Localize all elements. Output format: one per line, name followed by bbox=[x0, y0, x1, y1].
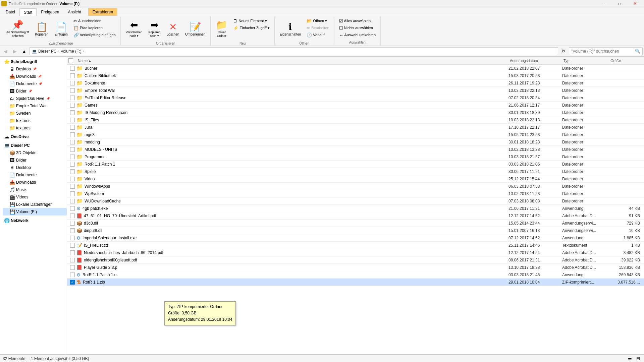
table-row[interactable]: 📕oldenglishchroni00gileuoft.pdf 08.06.20… bbox=[67, 256, 644, 264]
row-checkbox[interactable] bbox=[70, 236, 75, 240]
row-checkbox[interactable] bbox=[70, 66, 75, 71]
row-checkbox[interactable] bbox=[70, 214, 75, 218]
table-row[interactable]: ⚙4gb patch.exe 21.06.2017 11:31 Anwendun… bbox=[67, 205, 644, 212]
bearbeiten-button[interactable]: ✏ Bearbeiten bbox=[305, 24, 331, 31]
row-checkbox[interactable] bbox=[70, 221, 75, 226]
row-checkbox[interactable] bbox=[70, 199, 75, 203]
table-row[interactable]: ⚙Imperial.Splendour_Install.exe 07.12.20… bbox=[67, 234, 644, 242]
neues-element-button[interactable]: 🗒 Neues Element ▾ bbox=[231, 17, 272, 24]
tab-ansicht[interactable]: Ansicht bbox=[63, 8, 85, 16]
table-row[interactable]: 📁Games 21.06.2017 12:17 Dateiordner bbox=[67, 102, 644, 109]
row-checkbox[interactable] bbox=[70, 118, 75, 122]
sidebar-item-lokaler[interactable]: 💾 Lokaler Datenträger bbox=[3, 201, 67, 208]
table-row[interactable]: 📁Calibre Bibliothek 15.03.2017 20:53 Dat… bbox=[67, 72, 644, 79]
table-row[interactable]: 📁IS_Files 10.03.2018 22:13 Dateiordner bbox=[67, 116, 644, 124]
header-name[interactable]: Name ▲ bbox=[76, 58, 508, 63]
large-icons-button[interactable]: ⊞ bbox=[635, 355, 641, 362]
sidebar-item-videos[interactable]: 🎬 Videos bbox=[3, 193, 67, 201]
loeschen-button[interactable]: ✕ Löschen bbox=[164, 17, 182, 41]
row-checkbox[interactable] bbox=[70, 103, 75, 108]
row-checkbox[interactable] bbox=[70, 250, 75, 255]
sidebar-item-sweden[interactable]: 📁 Sweden bbox=[3, 110, 67, 117]
sidebar-item-desktop-pc[interactable]: 🖥 Desktop bbox=[3, 164, 67, 171]
table-row[interactable]: 📁WUDownloadCache 07.03.2018 08:08 Dateio… bbox=[67, 197, 644, 205]
row-checkbox[interactable] bbox=[70, 273, 75, 277]
table-row[interactable]: 📁mge3 15.05.2014 23:53 Dateiordner bbox=[67, 131, 644, 138]
refresh-button[interactable]: ↻ bbox=[559, 47, 568, 55]
nichts-auswaehlen-button[interactable]: ☐ Nichts auswählen bbox=[337, 24, 378, 31]
sidebar-item-3d-objekte[interactable]: 📦 3D-Objekte bbox=[3, 149, 67, 157]
verschieben-button[interactable]: ⬅ Verschiebennach ▾ bbox=[123, 17, 145, 41]
table-row[interactable]: 📕47_61_01_HG_70_Übersicht_Artikel.pdf 12… bbox=[67, 212, 644, 220]
row-checkbox[interactable] bbox=[70, 206, 75, 211]
row-checkbox[interactable] bbox=[70, 258, 75, 262]
back-button[interactable]: ◀ bbox=[1, 47, 9, 55]
sidebar-item-onedrive[interactable]: ☁ OneDrive bbox=[0, 133, 67, 140]
ausschneiden-button[interactable]: ✂ Ausschneiden bbox=[71, 17, 118, 24]
row-checkbox-checked[interactable] bbox=[70, 280, 75, 285]
table-row[interactable]: 📁modding 30.01.2018 18:28 Dateiordner bbox=[67, 138, 644, 146]
table-row[interactable]: 📁IS Modding Ressourcen 30.01.2018 18:39 … bbox=[67, 109, 644, 116]
maximize-button[interactable]: □ bbox=[612, 0, 627, 7]
sidebar-item-schnellzugriff[interactable]: ⭐ Schnellzugriff bbox=[0, 58, 67, 65]
row-checkbox[interactable] bbox=[70, 265, 75, 270]
search-bar[interactable]: 🔍 bbox=[569, 47, 643, 55]
sidebar-item-downloads-pc[interactable]: 📥 Downloads bbox=[3, 179, 67, 186]
path-bar[interactable]: 💻 Dieser PC › Volume (F:) › bbox=[30, 47, 558, 55]
search-input[interactable] bbox=[571, 49, 635, 54]
table-row[interactable]: 📁Empire Total War 10.03.2018 22:13 Datei… bbox=[67, 87, 644, 94]
row-checkbox[interactable] bbox=[70, 132, 75, 137]
einfuegen-button[interactable]: 📄 Einfügen bbox=[52, 17, 70, 41]
row-checkbox[interactable] bbox=[70, 140, 75, 144]
table-row[interactable]: 📁Video 25.12.2017 15:44 Dateiordner bbox=[67, 175, 644, 183]
umbenennen-button[interactable]: 📝 Umbenennen bbox=[183, 17, 208, 41]
tab-datei[interactable]: Datei bbox=[1, 8, 19, 16]
verknuepfung-button[interactable]: 🔗 Verknüpfung einfügen bbox=[71, 32, 118, 38]
pfad-kopieren-button[interactable]: 📋 Pfad kopieren bbox=[71, 24, 118, 31]
tab-freigeben[interactable]: Freigeben bbox=[37, 8, 63, 16]
table-row[interactable]: 📕Niedersaechsisches_Jahrbuch_86_2014.pdf… bbox=[67, 249, 644, 256]
header-type[interactable]: Typ bbox=[562, 58, 609, 63]
sidebar-item-dieser-pc[interactable]: 💻 Dieser PC bbox=[0, 142, 67, 149]
row-checkbox[interactable] bbox=[70, 169, 75, 174]
table-row[interactable]: 📁RotR 1.1 Patch 1 03.03.2018 21:05 Datei… bbox=[67, 161, 644, 168]
row-checkbox[interactable] bbox=[70, 162, 75, 167]
details-view-button[interactable]: ☰ bbox=[627, 355, 633, 362]
table-row[interactable]: 📁EsfTotal Editor Release 07.02.2018 20:3… bbox=[67, 94, 644, 102]
sidebar-item-empire[interactable]: 📁 Empire Total War bbox=[3, 102, 67, 110]
row-checkbox[interactable] bbox=[70, 228, 75, 233]
table-row[interactable]: 📁Dokumente 26.11.2017 19:28 Dateiordner bbox=[67, 79, 644, 87]
table-row[interactable]: 📁WindowsApps 06.03.2018 07:58 Dateiordne… bbox=[67, 183, 644, 190]
sidebar-item-bilder[interactable]: 🖼 Bilder 📌 bbox=[3, 87, 67, 95]
row-checkbox[interactable] bbox=[70, 155, 75, 159]
row-checkbox[interactable] bbox=[70, 81, 75, 85]
forward-button[interactable]: ▶ bbox=[11, 47, 19, 55]
einfacher-zugriff-button[interactable]: ⚡ Einfacher Zugriff ▾ bbox=[231, 24, 272, 31]
sidebar-item-musik[interactable]: 🎵 Musik bbox=[3, 186, 67, 193]
up-button[interactable]: ▲ bbox=[20, 47, 28, 55]
table-row[interactable]: 📁Bücher 21.02.2018 22:07 Dateiordner bbox=[67, 65, 644, 72]
row-checkbox[interactable] bbox=[70, 177, 75, 181]
sidebar-item-bilder-pc[interactable]: 🖼 Bilder bbox=[3, 157, 67, 164]
sidebar-item-dokumente[interactable]: 📄 Dokumente 📌 bbox=[3, 80, 67, 87]
row-checkbox[interactable] bbox=[70, 191, 75, 196]
header-date[interactable]: Änderungsdatum bbox=[508, 58, 562, 63]
table-row[interactable]: 📁Jura 17.10.2017 22:17 Dateiordner bbox=[67, 124, 644, 131]
minimize-button[interactable]: — bbox=[596, 0, 612, 7]
alles-auswaehlen-button[interactable]: ☑ Alles auswählen bbox=[337, 17, 378, 24]
table-row[interactable]: ⚙RotR 1.1 Patch 1.e 03.03.2018 21:45 Anw… bbox=[67, 271, 644, 279]
sidebar-item-downloads[interactable]: 📥 Downloads 📌 bbox=[3, 73, 67, 80]
table-row[interactable]: 📁Spiele 30.06.2017 11:21 Dateiordner bbox=[67, 168, 644, 175]
table-row[interactable]: 📁WpSystem 10.02.2018 11:23 Dateiordner bbox=[67, 190, 644, 197]
table-row[interactable]: 📕Player Guide 2.3.p 13.10.2017 18:38 Ado… bbox=[67, 264, 644, 271]
oeffnen-btn[interactable]: 📂 Öffnen ▾ bbox=[305, 17, 331, 24]
table-row[interactable]: 📁MODELS - UNITS 10.02.2018 13:28 Dateior… bbox=[67, 146, 644, 153]
row-checkbox[interactable] bbox=[70, 96, 75, 100]
row-checkbox[interactable] bbox=[70, 184, 75, 189]
row-checkbox[interactable] bbox=[70, 125, 75, 130]
row-checkbox[interactable] bbox=[70, 110, 75, 115]
row-checkbox[interactable] bbox=[70, 73, 75, 78]
kopieren-nach-button[interactable]: ➡ Kopierennach ▾ bbox=[146, 17, 163, 41]
table-row[interactable]: 📝IS_FileList.txt 25.11.2017 14:46 Textdo… bbox=[67, 242, 644, 249]
tab-extrahieren[interactable]: Extrahieren bbox=[88, 8, 117, 16]
